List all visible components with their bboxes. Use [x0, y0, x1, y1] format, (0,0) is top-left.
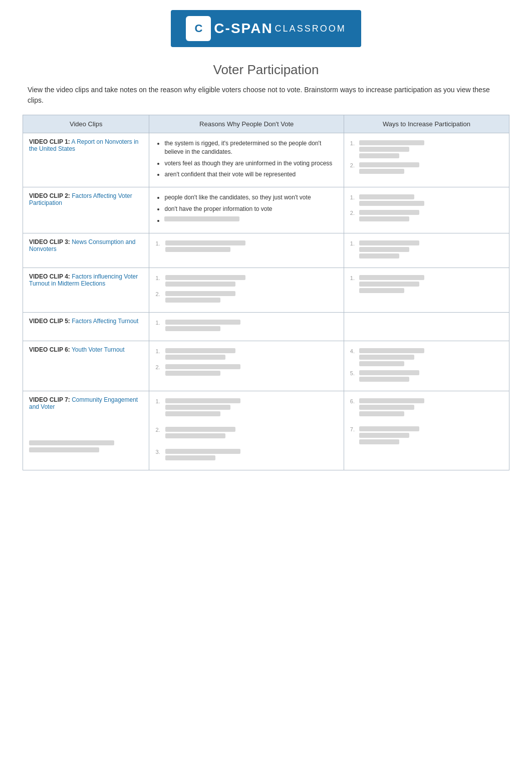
reason-item: the system is rigged, it's predetermined… — [164, 139, 337, 156]
ways-item: 7. — [350, 426, 503, 444]
ways-item: 2. — [350, 162, 503, 174]
ways-blurred-7: 6. 7. — [350, 398, 503, 446]
clip-label-4: VIDEO CLIP 4: — [29, 273, 70, 280]
clip-link-5[interactable]: Factors Affecting Turnout — [72, 318, 138, 325]
ways-cell-6: 4. 5. — [344, 341, 509, 391]
clip-label-7: VIDEO CLIP 7: — [29, 396, 70, 403]
ways-cell-1: 1. 2. — [344, 133, 509, 187]
ways-item: 1. — [350, 240, 503, 258]
ways-blurred-1: 1. 2. — [350, 140, 503, 176]
page-wrapper: C C-SPAN CLASSROOM Voter Participation V… — [0, 0, 532, 782]
ways-cell-3: 1. — [344, 233, 509, 268]
reasons-cell-5: 1. — [149, 312, 344, 341]
ways-cell-7: 6. 7. — [344, 391, 509, 470]
reason-item: don't have the proper information to vot… — [164, 205, 337, 213]
ways-cell-5 — [344, 312, 509, 341]
table-row: VIDEO CLIP 2: Factors Affecting Voter Pa… — [23, 187, 509, 233]
logo-text: C-SPAN — [214, 21, 273, 37]
ways-item: 5. — [350, 370, 503, 382]
blurred-reasons-4: 1. 2. — [155, 275, 337, 305]
clip-link-6[interactable]: Youth Voter Turnout — [72, 346, 125, 353]
table-row: VIDEO CLIP 7: Community Engagement and V… — [23, 391, 509, 470]
intro-text: View the video clips and take notes on t… — [28, 85, 504, 106]
clip-cell-1: VIDEO CLIP 1: A Report on Nonvoters in t… — [23, 133, 149, 187]
reasons-cell-1: the system is rigged, it's predetermined… — [149, 133, 344, 187]
col-reasons-header: Reasons Why People Don't Vote — [149, 115, 344, 133]
ways-blurred-6: 4. 5. — [350, 348, 503, 384]
table-row: VIDEO CLIP 5: Factors Affecting Turnout … — [23, 312, 509, 341]
blurred-reasons-5: 1. — [155, 320, 337, 334]
table-row: VIDEO CLIP 6: Youth Voter Turnout 1. — [23, 341, 509, 391]
blurred-reasons-6: 1. 2. — [155, 348, 337, 378]
logo-sub: CLASSROOM — [275, 24, 346, 34]
blurred-reasons-7: 1. 2. — [155, 398, 337, 463]
ways-item: 1. — [350, 140, 503, 158]
reason-item: aren't confident that their vote will be… — [164, 170, 337, 179]
ways-blurred-2: 1. 2. — [350, 194, 503, 223]
cspan-logo-icon: C — [186, 16, 211, 41]
ways-cell-2: 1. 2. — [344, 187, 509, 233]
col-clips-header: Video Clips — [23, 115, 149, 133]
header: C C-SPAN CLASSROOM — [0, 0, 532, 52]
reasons-cell-4: 1. 2. — [149, 268, 344, 312]
clip-label-2: VIDEO CLIP 2: — [29, 192, 70, 199]
reason-item: voters feel as though they are uninforme… — [164, 159, 337, 168]
ways-cell-4: 1. — [344, 268, 509, 312]
clip-cell-6: VIDEO CLIP 6: Youth Voter Turnout — [23, 341, 149, 391]
reason-item: people don't like the candidates, so the… — [164, 193, 337, 202]
table-row: VIDEO CLIP 1: A Report on Nonvoters in t… — [23, 133, 509, 187]
clip-label-3: VIDEO CLIP 3: — [29, 238, 70, 245]
reasons-cell-6: 1. 2. — [149, 341, 344, 391]
col-ways-header: Ways to Increase Participation — [344, 115, 509, 133]
clip-label-6: VIDEO CLIP 6: — [29, 346, 70, 353]
ways-item: 4. — [350, 348, 503, 366]
ways-item: 1. — [350, 275, 503, 293]
reasons-cell-3: 1. — [149, 233, 344, 268]
clip-cell-3: VIDEO CLIP 3: News Consumption and Nonvo… — [23, 233, 149, 268]
reasons-list-1: the system is rigged, it's predetermined… — [155, 139, 337, 179]
clip-label-5: VIDEO CLIP 5: — [29, 318, 70, 325]
ways-blurred-4: 1. — [350, 275, 503, 295]
ways-item: 6. — [350, 398, 503, 416]
clip-label-1: VIDEO CLIP 1: — [29, 138, 70, 145]
logo-container: C C-SPAN CLASSROOM — [171, 10, 361, 47]
clip-cell-4: VIDEO CLIP 4: Factors influencing Voter … — [23, 268, 149, 312]
clip-cell-7: VIDEO CLIP 7: Community Engagement and V… — [23, 391, 149, 470]
reasons-cell-2: people don't like the candidates, so the… — [149, 187, 344, 233]
table-row: VIDEO CLIP 3: News Consumption and Nonvo… — [23, 233, 509, 268]
blurred-reasons-3: 1. — [155, 240, 337, 254]
main-table: Video Clips Reasons Why People Don't Vot… — [23, 115, 509, 470]
reason-item — [164, 216, 337, 225]
reasons-list-2: people don't like the candidates, so the… — [155, 193, 337, 224]
reasons-cell-7: 1. 2. — [149, 391, 344, 470]
clip-cell-5: VIDEO CLIP 5: Factors Affecting Turnout — [23, 312, 149, 341]
clip-cell-2: VIDEO CLIP 2: Factors Affecting Voter Pa… — [23, 187, 149, 233]
ways-item: 2. — [350, 210, 503, 221]
ways-item: 1. — [350, 194, 503, 206]
table-row: VIDEO CLIP 4: Factors influencing Voter … — [23, 268, 509, 312]
page-title: Voter Participation — [0, 62, 532, 78]
ways-blurred-3: 1. — [350, 240, 503, 260]
